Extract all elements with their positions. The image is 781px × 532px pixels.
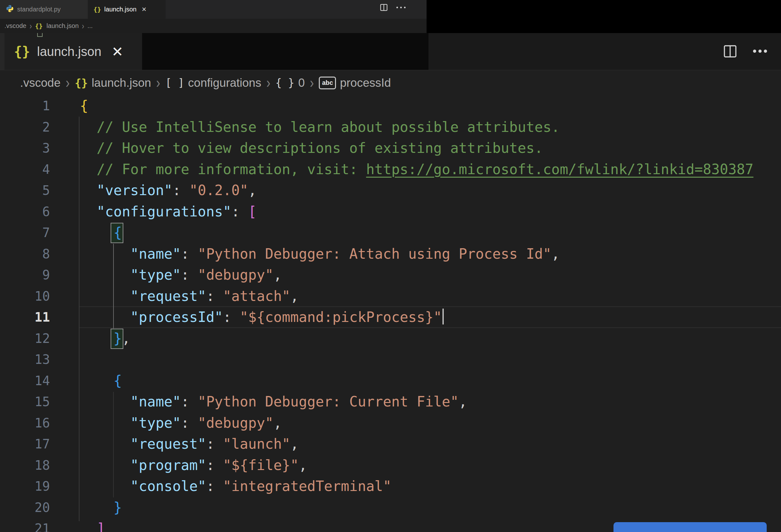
split-editor-icon[interactable]	[723, 43, 738, 59]
breadcrumb-item[interactable]: {}launch.json	[75, 76, 151, 90]
code-line[interactable]: "name": "Python Debugger: Attach using P…	[80, 243, 753, 265]
line-number[interactable]: 3	[0, 137, 50, 159]
code-token	[80, 182, 97, 198]
code-token	[80, 246, 130, 262]
code-line[interactable]: // Use IntelliSense to learn about possi…	[80, 117, 753, 138]
code-line[interactable]	[80, 349, 753, 370]
tab-bar-empty-area	[142, 33, 428, 70]
line-number[interactable]: 8	[0, 243, 50, 265]
close-icon[interactable]: ✕	[141, 6, 147, 13]
mini-tab-strip: standardplot.py {} launch.json ✕	[0, 0, 426, 19]
chevron-right-icon: ›	[266, 74, 271, 91]
code-line[interactable]: "request": "launch",	[80, 434, 753, 455]
code-line[interactable]: "console": "integratedTerminal"	[80, 476, 753, 497]
code-token: {	[80, 97, 88, 114]
code-token: :	[181, 267, 198, 283]
code-token: "${command:pickProcess}"	[240, 309, 442, 325]
code-line[interactable]: "configurations": [	[80, 201, 753, 222]
code-token: {	[114, 224, 122, 241]
code-line[interactable]: {	[80, 222, 753, 243]
line-number[interactable]: 7	[0, 222, 50, 243]
mini-breadcrumb[interactable]: .vscode›{}launch.json›...	[4, 19, 93, 33]
code-token: ]	[97, 520, 105, 532]
code-token: "console"	[130, 478, 206, 494]
line-number[interactable]: 4	[0, 159, 50, 180]
add-configuration-button[interactable]	[614, 522, 767, 532]
code-token	[80, 520, 97, 532]
line-number[interactable]: 6	[0, 201, 50, 222]
breadcrumb-item[interactable]: .vscode	[20, 76, 61, 90]
code-token: "Python Debugger: Current File"	[198, 394, 459, 410]
breadcrumb-label: ...	[87, 22, 93, 30]
line-number[interactable]: 13	[0, 349, 50, 370]
breadcrumb-item[interactable]: { }0	[276, 76, 305, 90]
line-number[interactable]: 18	[0, 455, 50, 476]
code-token: :	[181, 415, 198, 431]
line-number[interactable]: 15	[0, 391, 50, 412]
chevron-right-icon: ›	[30, 21, 32, 31]
breadcrumb-item[interactable]: {}launch.json	[35, 22, 79, 30]
code-editor[interactable]: 123456789101112131415161718192021 { // U…	[0, 95, 781, 532]
json-braces-icon: {}	[14, 44, 30, 59]
code-token: ,	[459, 394, 467, 410]
python-icon	[6, 4, 14, 14]
line-number[interactable]: 5	[0, 180, 50, 201]
code-line[interactable]: },	[80, 328, 753, 349]
tab-label: launch.json	[37, 44, 101, 59]
line-number-gutter[interactable]: 123456789101112131415161718192021	[0, 95, 50, 532]
code-line[interactable]: {	[80, 95, 753, 117]
code-line[interactable]: {	[80, 370, 753, 392]
code-line[interactable]: "version": "0.2.0",	[80, 180, 753, 201]
code-content[interactable]: { // Use IntelliSense to learn about pos…	[80, 95, 753, 532]
object-symbol-icon: { }	[276, 77, 295, 89]
code-line[interactable]: "processId": "${command:pickProcess}"	[80, 307, 753, 328]
code-token: :	[206, 457, 223, 473]
code-line[interactable]: // Hover to view descriptions of existin…	[80, 137, 753, 159]
close-icon[interactable]: ✕	[112, 44, 123, 60]
code-line[interactable]: "program": "${file}",	[80, 455, 753, 476]
code-token: ,	[248, 182, 257, 198]
more-actions-icon[interactable]	[396, 7, 406, 8]
line-number[interactable]: 1	[0, 95, 50, 117]
code-token: // Hover to view descriptions of existin…	[80, 140, 543, 156]
breadcrumb-item[interactable]: [ ]configurations	[165, 76, 261, 90]
line-number[interactable]: 16	[0, 412, 50, 434]
breadcrumb-label: .vscode	[4, 22, 27, 30]
mini-tab-standardplot[interactable]: standardplot.py	[0, 0, 88, 19]
tab-launch-json[interactable]: {} launch.json ✕	[4, 33, 142, 70]
breadcrumb[interactable]: .vscode›{}launch.json›[ ]configurations›…	[20, 70, 751, 95]
code-line[interactable]: "type": "debugpy",	[80, 264, 753, 286]
code-line[interactable]: // For more information, visit: https://…	[80, 159, 753, 180]
split-editor-icon[interactable]	[379, 3, 388, 12]
line-number[interactable]: 19	[0, 476, 50, 497]
code-token: "${file}"	[223, 457, 298, 473]
json-braces-icon: {}	[93, 6, 101, 13]
more-actions-icon[interactable]	[753, 50, 767, 53]
json-braces-icon: {}	[75, 77, 88, 89]
code-token: :	[206, 478, 223, 494]
code-line[interactable]: "name": "Python Debugger: Current File",	[80, 391, 753, 412]
line-number[interactable]: 2	[0, 117, 50, 138]
breadcrumb-item[interactable]: abcprocessId	[319, 76, 390, 90]
code-token: "processId"	[130, 309, 223, 325]
code-token: :	[232, 203, 248, 219]
code-token: "name"	[130, 394, 181, 410]
screen-void	[426, 0, 781, 33]
line-number[interactable]: 10	[0, 286, 50, 307]
line-number[interactable]: 12	[0, 328, 50, 349]
breadcrumb-item[interactable]: .vscode	[4, 22, 27, 30]
code-line[interactable]: "request": "attach",	[80, 286, 753, 307]
code-token: "type"	[130, 267, 181, 283]
code-token	[80, 288, 130, 304]
line-number[interactable]: 20	[0, 497, 50, 518]
mini-tab-launch-json[interactable]: {} launch.json ✕	[88, 0, 166, 19]
line-number[interactable]: 11	[0, 307, 50, 328]
line-number[interactable]: 17	[0, 434, 50, 455]
breadcrumb-item[interactable]: ...	[87, 22, 93, 30]
line-number[interactable]: 9	[0, 264, 50, 286]
line-number[interactable]: 14	[0, 370, 50, 392]
code-line[interactable]: }	[80, 497, 753, 518]
line-number[interactable]: 21	[0, 518, 50, 532]
code-line[interactable]: "type": "debugpy",	[80, 412, 753, 434]
code-token: "program"	[130, 457, 206, 473]
